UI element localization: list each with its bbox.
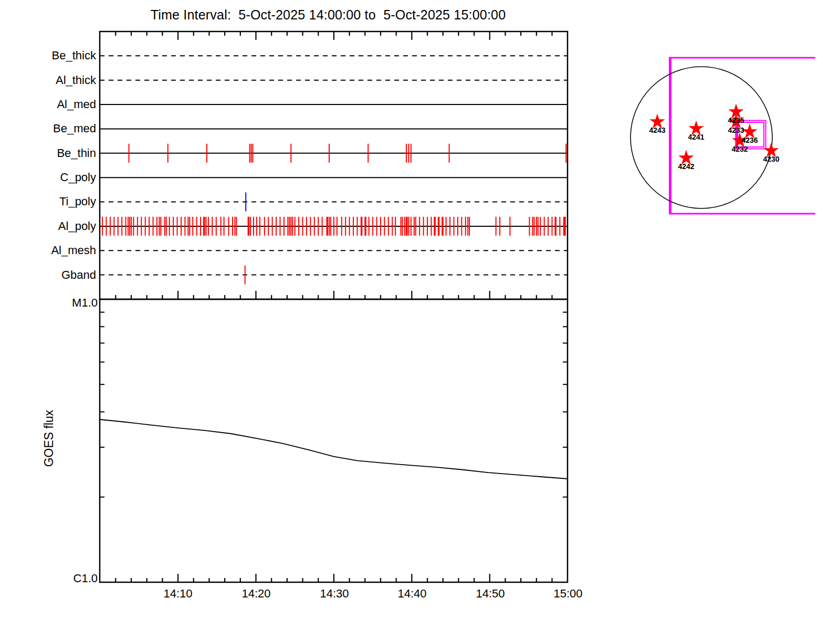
xtick-1450: 14:50: [467, 587, 514, 601]
row-label-be-thin: Be_thin: [0, 146, 96, 161]
goes-curve: [100, 419, 568, 479]
region-label-4233: 4233: [719, 127, 753, 134]
row-label-c-poly: C_poly: [0, 170, 96, 185]
row-label-al-thick: Al_thick: [0, 73, 96, 88]
region-label-4243: 4243: [640, 127, 674, 134]
row-label-ti-poly: Ti_poly: [0, 194, 96, 209]
xtick-1440: 14:40: [388, 587, 436, 601]
region-label-4232: 4232: [723, 145, 757, 153]
row-label-be-thick: Be_thick: [0, 48, 96, 63]
chart-canvas: [0, 0, 840, 630]
solar-disk-panel: [631, 57, 815, 214]
xtick-1430: 14:30: [311, 587, 358, 601]
row-label-gband: Gband: [0, 268, 96, 282]
solar-timeline-screen: Time Interval: 5-Oct-2025 14:00:00 to 5-…: [0, 0, 840, 630]
goes-plot-border: [100, 299, 568, 582]
row-label-al-med: Al_med: [0, 97, 96, 112]
region-label-4242: 4242: [669, 163, 703, 171]
xtick-1500: 15:00: [544, 587, 592, 601]
page-title: Time Interval: 5-Oct-2025 14:00:00 to 5-…: [94, 7, 562, 23]
timeline-plot-border: [100, 32, 568, 299]
row-label-al-poly: Al_poly: [0, 219, 96, 234]
goes-ymax-label: M1.0: [35, 296, 98, 310]
xtick-1410: 14:10: [154, 587, 202, 601]
region-label-4236: 4236: [733, 136, 766, 144]
goes-axis-title: GOES flux: [42, 410, 56, 467]
xtick-1420: 14:20: [233, 587, 280, 601]
region-label-4241: 4241: [679, 133, 713, 141]
row-label-be-med: Be_med: [0, 121, 96, 136]
timeline-plot: [100, 32, 568, 582]
region-label-4230: 4230: [754, 155, 788, 163]
row-label-al-mesh: Al_mesh: [0, 243, 96, 258]
goes-ymin-label: C1.0: [35, 572, 98, 585]
region-label-4235: 4235: [719, 117, 753, 124]
goes-plot: [100, 299, 568, 582]
